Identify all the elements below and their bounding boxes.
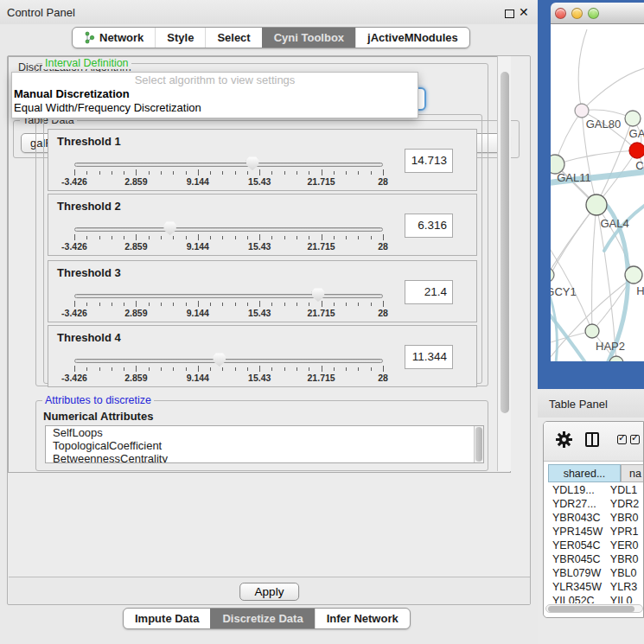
apply-button[interactable]: Apply xyxy=(239,583,300,601)
tab-cyni-toolbox[interactable]: Cyni Toolbox xyxy=(262,28,355,48)
checkbox-icon[interactable] xyxy=(617,435,627,444)
cell-name: YBR0 xyxy=(604,552,644,566)
threshold-3-slider-track[interactable] xyxy=(74,294,383,298)
slider-tick xyxy=(358,236,359,239)
slider-tick xyxy=(210,236,211,239)
network-node[interactable] xyxy=(629,143,644,158)
column-header-shared-name[interactable]: shared... xyxy=(548,464,621,482)
threshold-2-slider-thumb[interactable] xyxy=(163,221,176,235)
network-node[interactable] xyxy=(625,266,642,284)
slider-tick xyxy=(161,303,162,306)
slider-tick xyxy=(186,367,187,371)
network-canvas[interactable]: GAL80GACGAL11GAL4GCY1HHAP2 xyxy=(551,24,644,361)
numerical-attributes-list[interactable]: SelfLoopsTopologicalCoefficientBetweenne… xyxy=(45,425,484,463)
slider-tick xyxy=(235,367,236,371)
slider-tick-label: 15.43 xyxy=(248,176,271,187)
threshold-4-slider-thumb[interactable] xyxy=(213,353,226,367)
slider-tick xyxy=(210,171,211,175)
panel-scrollbar[interactable] xyxy=(497,56,511,471)
network-node[interactable] xyxy=(586,194,607,215)
slider-tick xyxy=(259,366,260,372)
zoom-traffic-light[interactable] xyxy=(588,8,599,19)
thresholds-group: Threshold's Coordinates for 5 Intervals … xyxy=(43,114,482,384)
table-horizontal-scrollbar[interactable] xyxy=(545,604,643,613)
network-window-titlebar[interactable] xyxy=(551,3,644,24)
slider-tick xyxy=(334,367,335,371)
table-row[interactable]: YIL052CYIL0 xyxy=(548,594,644,603)
slider-tick xyxy=(99,171,100,175)
column-header-name[interactable]: na xyxy=(621,464,644,482)
tab-select[interactable]: Select xyxy=(205,28,261,48)
close-icon[interactable]: ✕ xyxy=(519,5,529,19)
network-edge xyxy=(578,29,587,111)
cell-shared-name: YBR043C xyxy=(548,511,604,525)
gear-icon[interactable] xyxy=(556,431,572,448)
tab-jactivemnodules[interactable]: jActiveMNodules xyxy=(355,28,469,48)
slider-tick xyxy=(346,367,347,371)
threshold-1-value-field[interactable]: 14.713 xyxy=(405,149,453,173)
column-selector-icon[interactable] xyxy=(585,432,599,447)
slider-tick xyxy=(284,171,285,175)
slider-tick-label: 2.859 xyxy=(124,241,147,252)
table-row[interactable]: YER054CYER0 xyxy=(548,539,644,552)
attribute-item-betweennesscentrality[interactable]: BetweennessCentrality xyxy=(46,452,483,463)
slider-tick xyxy=(358,367,359,371)
tab-discretize-data[interactable]: Discretize Data xyxy=(210,609,314,628)
slider-tick-label: -3.426 xyxy=(61,373,87,383)
slider-tick xyxy=(271,367,272,371)
panel-title: Control Panel xyxy=(7,6,75,19)
table-row[interactable]: YDR27...YDR2 xyxy=(548,497,644,511)
attribute-item-selfloops[interactable]: SelfLoops xyxy=(46,426,483,439)
threshold-4-value-field[interactable]: 11.344 xyxy=(405,345,453,369)
threshold-3-slider-thumb[interactable] xyxy=(312,288,325,302)
settings-scroll-area: Interval Definition Number of Intervals … xyxy=(8,56,511,473)
attribute-item-topologicalcoefficient[interactable]: TopologicalCoefficient xyxy=(46,439,483,452)
tab-impute-data[interactable]: Impute Data xyxy=(124,609,210,628)
network-node[interactable] xyxy=(551,268,554,282)
network-edge xyxy=(555,150,637,164)
slider-tick xyxy=(346,171,347,175)
slider-tick xyxy=(161,367,162,371)
slider-tick xyxy=(149,367,150,371)
threshold-2-value-field[interactable]: 6.316 xyxy=(405,214,453,238)
network-node[interactable] xyxy=(585,324,599,338)
network-node[interactable] xyxy=(625,111,641,126)
slider-tick xyxy=(322,169,322,175)
slider-tick xyxy=(334,171,335,175)
table-panel-area: shared... na YDL19...YDL1YDR27...YDR2YBR… xyxy=(538,418,644,644)
table-row[interactable]: YLR345WYLR3 xyxy=(548,580,644,594)
float-window-icon[interactable] xyxy=(505,10,514,18)
slider-tick xyxy=(149,171,150,175)
close-traffic-light[interactable] xyxy=(555,8,566,19)
table-row[interactable]: YBL079WYBL0 xyxy=(548,566,644,580)
tab-network[interactable]: Network xyxy=(73,28,155,48)
table-row[interactable]: YBR043CYBR0 xyxy=(548,511,644,525)
dropdown-item-manual-discretization[interactable]: Manual Discretization xyxy=(12,87,418,101)
tab-infer-network[interactable]: Infer Network xyxy=(315,609,410,628)
dropdown-item-equal-width[interactable]: Equal Width/Frequency Discretization xyxy=(12,101,418,115)
slider-tick xyxy=(112,367,112,371)
table-row[interactable]: YBR045CYBR0 xyxy=(548,552,644,566)
dropdown-placeholder-item[interactable]: Select algorithm to view settings xyxy=(12,73,418,87)
tab-label: Impute Data xyxy=(135,612,199,625)
network-node[interactable] xyxy=(575,104,589,118)
threshold-3-value-field[interactable]: 21.4 xyxy=(405,280,453,304)
slider-tick xyxy=(74,234,75,240)
list-scrollbar[interactable] xyxy=(474,426,483,462)
threshold-1-slider-track[interactable] xyxy=(74,163,383,167)
minimize-traffic-light[interactable] xyxy=(571,8,583,19)
slider-tick xyxy=(124,171,124,175)
slider-tick-label: 9.144 xyxy=(187,373,209,383)
tab-style[interactable]: Style xyxy=(155,28,205,48)
slider-tick-label: 28 xyxy=(378,176,388,187)
threshold-4-slider-track[interactable] xyxy=(74,359,383,363)
threshold-2-slider-track[interactable] xyxy=(74,227,383,232)
threshold-1-slider-thumb[interactable] xyxy=(246,156,259,170)
tab-label: Cyni Toolbox xyxy=(274,31,344,44)
table-row[interactable]: YDL19...YDL1 xyxy=(548,483,644,497)
slider-tick-label: 9.144 xyxy=(187,308,209,318)
checkbox-icon[interactable] xyxy=(630,435,640,444)
table-row[interactable]: YPR145WYPR1 xyxy=(548,525,644,539)
threshold-2-label: Threshold 2 xyxy=(57,200,121,213)
slider-tick xyxy=(358,303,359,306)
